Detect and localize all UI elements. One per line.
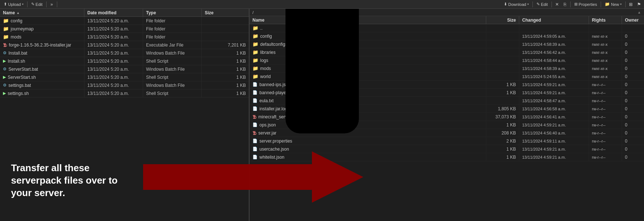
file-name: Install.sh — [8, 59, 25, 64]
col-type-label: Type — [146, 10, 156, 15]
rfile-size-cell: 1,805 KB — [486, 105, 519, 113]
file-type-cell: Shell Script — [143, 57, 202, 65]
rfile-rights-cell: rwxr-xr-x — [589, 73, 622, 80]
table-row[interactable]: ▶ Install.sh 13/11/2024 5:20 a.m. Shell … — [0, 57, 249, 65]
rfile-icon: 📄 — [252, 82, 258, 87]
upload-label: Upload — [8, 2, 21, 7]
file-name: journeymap — [11, 26, 34, 32]
rcol-changed: Changed — [519, 16, 589, 24]
table-row[interactable]: 📄 server.properties 2 KB 13/11/2024 4:59… — [250, 137, 644, 145]
rfile-name: libraries — [260, 50, 276, 55]
file-name-cell: ⚙ Install.bat — [0, 49, 84, 57]
download-icon: ⬇ — [504, 2, 507, 7]
right-edit-label: Edit — [541, 2, 548, 7]
rfile-changed-cell: 13/11/2024 4:56:42 a.m. — [519, 48, 589, 56]
table-row[interactable]: ▶ ServerStart.sh 13/11/2024 5:20 a.m. Sh… — [0, 73, 249, 81]
left-edit-label: Edit — [36, 2, 43, 7]
file-icon: ▶ — [3, 91, 6, 96]
file-size-cell: 1 KB — [202, 89, 249, 97]
file-name: config — [11, 18, 22, 23]
rfile-icon: 📁 — [252, 66, 258, 71]
table-row[interactable]: 🗜 forge-1.16.5-36.2.35-installer.jar 13/… — [0, 41, 249, 49]
separator-7 — [601, 1, 601, 7]
rfile-icon: 📁 — [252, 58, 258, 63]
more-button[interactable]: » — [48, 1, 55, 8]
table-row[interactable]: ⚙ ServerStart.bat 13/11/2024 5:20 a.m. W… — [0, 65, 249, 73]
right-edit-button[interactable]: ✎ Edit — [534, 1, 550, 8]
left-edit-button[interactable]: ✎ Edit — [29, 1, 45, 8]
file-name-cell: 📁 journeymap — [0, 25, 84, 33]
file-name: forge-1.16.5-36.2.35-installer.jar — [9, 43, 71, 48]
sort-arrow: ▲ — [17, 11, 20, 15]
rfile-name-cell: 📄 server.properties — [250, 137, 486, 145]
download-button[interactable]: ⬇ Download ▾ — [502, 1, 531, 8]
copy-button[interactable]: ⎘ — [561, 1, 569, 8]
rfile-icon: 📄 — [252, 139, 258, 143]
rfile-size-cell — [486, 65, 519, 72]
rfile-changed-cell: 13/11/2024 4:59:21 a.m. — [519, 89, 589, 96]
edit-icon: ✎ — [31, 2, 34, 7]
file-name: settings.bat — [8, 83, 31, 88]
rfile-size-cell — [486, 73, 519, 80]
file-type-cell: Shell Script — [143, 89, 202, 97]
file-type-cell: Shell Script — [143, 73, 202, 81]
rfile-rights-cell: rw-r--r-- — [589, 137, 622, 145]
file-icon: ⚙ — [3, 51, 7, 55]
rfile-owner-cell: 0 — [622, 105, 644, 113]
separator-1 — [27, 1, 28, 7]
file-name-cell: ▶ ServerStart.sh — [0, 73, 84, 81]
file-name: mods — [11, 34, 21, 40]
rfile-name-cell: 📄 usercache.json — [250, 145, 486, 153]
rfile-name: ops.json — [259, 122, 276, 128]
table-row[interactable]: ⚙ settings.bat 13/11/2024 5:20 a.m. Wind… — [0, 81, 249, 89]
table-row[interactable]: 📁 mods 13/11/2024 5:20 a.m. File folder — [0, 33, 249, 41]
file-name-cell: ⚙ settings.bat — [0, 81, 84, 89]
rfile-icon: 📁 — [252, 41, 258, 47]
file-size-cell: 1 KB — [202, 57, 249, 65]
rfile-changed-cell: 13/11/2024 4:59:21 a.m. — [519, 145, 589, 153]
table-row[interactable]: 📁 config 13/11/2024 5:20 a.m. File folde… — [0, 17, 249, 25]
properties-icon: ⊞ — [574, 2, 578, 7]
file-size-cell: 1 KB — [202, 81, 249, 89]
table-row[interactable]: 📄 whitelist.json 1 KB 13/11/2024 4:59:21… — [250, 153, 644, 161]
rfile-changed-cell: 13/11/2024 5:24:55 a.m. — [519, 73, 589, 80]
rfile-name-cell: 🗜 server.jar — [250, 129, 486, 137]
file-date-cell: 13/11/2024 5:20 a.m. — [84, 33, 143, 41]
table-row[interactable]: ▶ settings.sh 13/11/2024 5:20 a.m. Shell… — [0, 89, 249, 97]
rfile-changed-cell: 13/11/2024 4:59:21 a.m. — [519, 121, 589, 129]
left-file-list: 📁 config 13/11/2024 5:20 a.m. File folde… — [0, 17, 249, 221]
rfile-name: eula.txt — [259, 98, 274, 103]
rfile-owner-cell: 0 — [622, 121, 644, 129]
grid-button[interactable]: ⊞ — [627, 1, 634, 8]
flag-button[interactable]: ⚑ — [635, 1, 643, 8]
file-name: settings.sh — [8, 91, 29, 96]
rfile-icon: 📁 — [252, 25, 258, 31]
rfile-rights-cell: rwxr-xr-x — [589, 48, 622, 56]
rfile-icon: 📄 — [252, 106, 258, 111]
rfile-name: whitelist.json — [259, 155, 284, 160]
rfile-owner-cell: 0 — [622, 48, 644, 56]
upload-button[interactable]: ⬆ Upload ▾ — [1, 1, 26, 8]
rcol-rights-label: Rights — [592, 18, 605, 23]
file-icon: ⚙ — [3, 67, 7, 71]
table-row[interactable]: 📄 usercache.json 1 KB 13/11/2024 4:59:21… — [250, 145, 644, 153]
rcol-size: Size — [486, 16, 519, 24]
rfile-changed-cell: 13/11/2024 4:58:44 a.m. — [519, 56, 589, 64]
file-name-cell: ▶ Install.sh — [0, 57, 84, 65]
separator-8 — [625, 1, 626, 7]
table-row[interactable]: ⚙ Install.bat 13/11/2024 5:20 a.m. Windo… — [0, 49, 249, 57]
table-row[interactable]: 📁 journeymap 13/11/2024 5:20 a.m. File f… — [0, 25, 249, 33]
col-name: Name ▲ — [0, 9, 84, 16]
rfile-size-cell: 2 KB — [486, 137, 519, 145]
close-button[interactable]: ✕ — [553, 1, 561, 8]
new-button[interactable]: 📁 New ▾ — [603, 1, 624, 8]
col-type: Type — [143, 9, 202, 16]
rfile-icon: 📄 — [252, 155, 258, 159]
rfile-owner-cell: 0 — [622, 89, 644, 96]
properties-button[interactable]: ⊞ Properties — [572, 1, 599, 8]
rfile-size-cell — [486, 48, 519, 56]
file-icon: 📁 — [3, 26, 9, 32]
file-name-cell: 📁 mods — [0, 33, 84, 41]
rfile-owner-cell: 0 — [622, 137, 644, 145]
main-content: Name ▲ Date modified Type Size 📁 config … — [0, 9, 644, 221]
